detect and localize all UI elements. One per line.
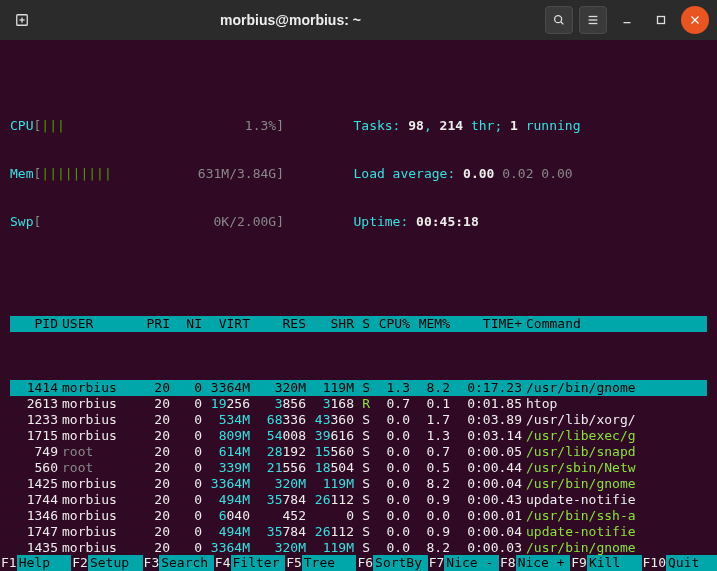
svg-line-4 [561, 22, 564, 25]
svg-point-3 [555, 16, 562, 23]
hdr-time[interactable]: TIME+ [450, 316, 522, 332]
fkey-f5[interactable]: F5Tree [285, 555, 356, 571]
hdr-s[interactable]: S [354, 316, 370, 332]
process-list: 1414morbius2003364M320M119MS1.38.20:17.2… [10, 380, 707, 571]
process-row[interactable]: 560root200339M2155618504S0.00.50:00.44/u… [10, 460, 707, 476]
hdr-pri[interactable]: PRI [130, 316, 170, 332]
titlebar: morbius@morbius: ~ [0, 0, 717, 40]
cpu-meter: CPU[||| 1.3%] [10, 118, 330, 134]
swap-meter: Swp[ 0K/2.00G] [10, 214, 330, 230]
process-row[interactable]: 1425morbius2003364M320M119MS0.08.20:00.0… [10, 476, 707, 492]
hdr-ni[interactable]: NI [170, 316, 202, 332]
window-title: morbius@morbius: ~ [44, 12, 537, 28]
process-row[interactable]: 1747morbius200494M3578426112S0.00.90:00.… [10, 524, 707, 540]
maximize-button[interactable] [647, 6, 675, 34]
fkey-f7[interactable]: F7Nice - [428, 555, 499, 571]
fkey-f2[interactable]: F2Setup [71, 555, 142, 571]
process-row[interactable]: 2613morbius2001925638563168R0.70.10:01.8… [10, 396, 707, 412]
meters: CPU[||| 1.3%] Tasks: 98, 214 thr; 1 runn… [10, 86, 707, 262]
hdr-pid[interactable]: PID [10, 316, 58, 332]
process-row[interactable]: 749root200614M2819215560S0.00.70:00.05/u… [10, 444, 707, 460]
fkey-f9[interactable]: F9Kill [570, 555, 641, 571]
fkey-f10[interactable]: F10Quit [642, 555, 717, 571]
uptime-line: Uptime: 00:45:18 [330, 214, 707, 230]
hdr-res[interactable]: RES [250, 316, 306, 332]
menu-button[interactable] [579, 6, 607, 34]
load-line: Load average: 0.00 0.02 0.00 [330, 166, 707, 182]
fkey-f6[interactable]: F6SortBy [356, 555, 427, 571]
terminal[interactable]: CPU[||| 1.3%] Tasks: 98, 214 thr; 1 runn… [0, 40, 717, 571]
hdr-shr[interactable]: SHR [306, 316, 354, 332]
hdr-mem[interactable]: MEM% [410, 316, 450, 332]
process-header[interactable]: PID USER PRI NI VIRT RES SHR S CPU% MEM%… [10, 316, 707, 332]
fkey-f3[interactable]: F3Search [143, 555, 214, 571]
svg-rect-9 [658, 17, 665, 24]
function-keys: F1Help F2Setup F3SearchF4FilterF5Tree F6… [0, 555, 717, 571]
process-row[interactable]: 1233morbius200534M6833643360S0.01.70:03.… [10, 412, 707, 428]
fkey-f4[interactable]: F4Filter [214, 555, 285, 571]
process-row[interactable]: 1435morbius2003364M320M119MS0.08.20:00.0… [10, 540, 707, 556]
fkey-f8[interactable]: F8Nice + [499, 555, 570, 571]
process-row[interactable]: 1715morbius200809M5400839616S0.01.30:03.… [10, 428, 707, 444]
minimize-button[interactable] [613, 6, 641, 34]
process-row[interactable]: 1346morbius20060404520S0.00.00:00.01/usr… [10, 508, 707, 524]
fkey-f1[interactable]: F1Help [0, 555, 71, 571]
hdr-virt[interactable]: VIRT [202, 316, 250, 332]
hdr-cmd[interactable]: Command [522, 316, 703, 332]
process-row[interactable]: 1414morbius2003364M320M119MS1.38.20:17.2… [10, 380, 707, 396]
process-row[interactable]: 1744morbius200494M3578426112S0.00.90:00.… [10, 492, 707, 508]
close-button[interactable] [681, 6, 709, 34]
hdr-user[interactable]: USER [58, 316, 130, 332]
tasks-line: Tasks: 98, 214 thr; 1 running [330, 118, 707, 134]
new-tab-button[interactable] [8, 6, 36, 34]
hdr-cpu[interactable]: CPU% [370, 316, 410, 332]
mem-meter: Mem[||||||||| 631M/3.84G] [10, 166, 330, 182]
search-button[interactable] [545, 6, 573, 34]
